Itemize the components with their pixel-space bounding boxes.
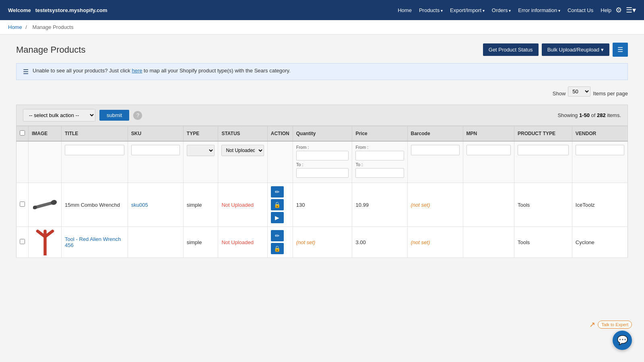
bulk-upload-button[interactable]: Bulk Upload/Reupload <box>542 43 609 56</box>
row1-checkbox-cell <box>17 183 29 227</box>
filter-cell-mpn <box>463 141 514 183</box>
row1-edit-button[interactable]: ✏ <box>271 186 284 197</box>
row1-play-button[interactable]: ▶ <box>271 212 284 223</box>
row1-product-image <box>32 195 58 215</box>
breadcrumb-current: Manage Products <box>33 24 74 30</box>
nav-link-help[interactable]: Help <box>601 7 611 13</box>
menu-icon-button[interactable]: ☰ <box>613 43 628 57</box>
filter-cell-barcode <box>407 141 463 183</box>
price-to-input[interactable] <box>355 168 404 178</box>
hamburger-icon[interactable]: ☰▾ <box>626 6 636 14</box>
filter-barcode-input[interactable] <box>411 145 460 155</box>
select-all-checkbox[interactable] <box>20 130 25 136</box>
nav-item-orders[interactable]: Orders <box>492 7 511 13</box>
nav-link-error-info[interactable]: Error information <box>518 7 560 13</box>
filter-cell-product-type <box>514 141 572 183</box>
bulk-action-select[interactable]: -- select bulk action -- <box>23 109 95 121</box>
showing-of: of <box>591 112 596 118</box>
submit-button[interactable]: submit <box>99 110 129 121</box>
filter-cell-checkbox <box>17 141 29 183</box>
row2-qty-cell: (not set) <box>293 227 352 258</box>
row2-edit-button[interactable]: ✏ <box>271 230 284 241</box>
row1-quantity: 130 <box>296 202 305 208</box>
info-here-link[interactable]: here <box>132 68 142 74</box>
row1-action-btns: ✏ 🔒 ▶ <box>271 186 289 223</box>
row1-lock-button[interactable]: 🔒 <box>271 199 284 210</box>
row1-checkbox[interactable] <box>20 202 25 207</box>
info-icon: ☰ <box>23 68 29 76</box>
nav-link-home[interactable]: Home <box>398 7 412 13</box>
row2-type-cell: simple <box>183 227 218 258</box>
allen-image-svg <box>35 229 55 255</box>
qty-to-label: To : <box>296 162 349 167</box>
row2-vendor-cell: Cyclone <box>572 227 627 258</box>
col-header-checkbox <box>17 126 29 142</box>
nav-item-products[interactable]: Products <box>419 7 443 13</box>
nav-item-contact[interactable]: Contact Us <box>568 7 593 13</box>
col-header-status: STATUS <box>218 126 267 142</box>
row1-sku-link[interactable]: sku005 <box>131 202 148 208</box>
price-from-input[interactable] <box>355 151 404 160</box>
table-row: Tool - Red Alien Wrench 456 simple Not U… <box>17 227 628 258</box>
col-header-image: IMAGE <box>29 126 62 142</box>
nav-link-products[interactable]: Products <box>419 7 443 13</box>
nav-link-export-import[interactable]: Export/Import <box>450 7 485 13</box>
showing-range: 1-50 <box>579 112 590 118</box>
row1-product-type: Tools <box>518 202 530 208</box>
table-row: 15mm Combo Wrenchd sku005 simple Not Upl… <box>17 183 628 227</box>
filter-status-select[interactable]: Not Uploaded Uploaded Pending <box>221 145 264 156</box>
row2-price: 3.00 <box>355 239 365 245</box>
filter-row: simple variable Not Uploaded Uploaded Pe… <box>17 141 628 183</box>
row1-type-cell: simple <box>183 183 218 227</box>
breadcrumb-home[interactable]: Home <box>8 24 22 30</box>
items-per-page-select[interactable]: 50 25 100 <box>568 86 590 97</box>
nav-link-orders[interactable]: Orders <box>492 7 511 13</box>
row1-price-cell: 10.99 <box>352 183 407 227</box>
row1-mpn-cell <box>463 183 514 227</box>
info-text-after: to map all your Shopify product type(s) … <box>144 68 291 74</box>
row2-quantity: (not set) <box>296 239 316 245</box>
price-from-label: From : <box>355 145 404 150</box>
filter-sku-input[interactable] <box>131 145 180 155</box>
row2-action-btns: ✏ 🔒 <box>271 230 289 254</box>
filter-cell-quantity: From : To : <box>293 141 352 183</box>
row2-title-link[interactable]: Tool - Red Alien Wrench 456 <box>65 236 121 248</box>
nav-item-error-info[interactable]: Error information <box>518 7 560 13</box>
row2-action-cell: ✏ 🔒 <box>267 227 293 258</box>
page-header: Manage Products Get Product Status Bulk … <box>16 43 628 57</box>
filter-type-select[interactable]: simple variable <box>187 145 215 156</box>
filter-cell-price: From : To : <box>352 141 407 183</box>
nav-link-contact[interactable]: Contact Us <box>568 7 593 13</box>
main-content: Manage Products Get Product Status Bulk … <box>8 35 636 266</box>
qty-from-input[interactable] <box>296 151 349 160</box>
col-header-title: TITLE <box>62 126 128 142</box>
row2-checkbox[interactable] <box>20 239 25 244</box>
header-actions: Get Product Status Bulk Upload/Reupload … <box>483 43 628 57</box>
qty-to-input[interactable] <box>296 168 349 178</box>
filter-product-type-input[interactable] <box>518 145 569 155</box>
show-label: Show <box>553 90 566 97</box>
filter-cell-vendor <box>572 141 627 183</box>
help-icon[interactable]: ? <box>133 111 142 120</box>
row2-title-cell: Tool - Red Alien Wrench 456 <box>62 227 128 258</box>
showing-count: 282 <box>597 112 606 118</box>
nav-item-help[interactable]: Help <box>601 7 611 13</box>
row1-barcode: (not set) <box>411 202 430 208</box>
row1-price: 10.99 <box>355 202 369 208</box>
col-header-price: Price <box>352 126 407 142</box>
filter-vendor-input[interactable] <box>576 145 624 155</box>
gear-icon[interactable]: ⚙ <box>615 6 622 14</box>
row2-lock-button[interactable]: 🔒 <box>271 243 284 254</box>
row1-vendor-cell: IceToolz <box>572 183 627 227</box>
get-product-status-button[interactable]: Get Product Status <box>483 43 539 56</box>
row2-image-cell <box>29 227 62 258</box>
price-to-label: To : <box>355 162 404 167</box>
row1-qty-cell: 130 <box>293 183 352 227</box>
filter-title-input[interactable] <box>65 145 124 155</box>
row1-product-type-cell: Tools <box>514 183 572 227</box>
navbar-nav: Home Products Export/Import Orders Error… <box>398 7 611 13</box>
filter-mpn-input[interactable] <box>466 145 511 155</box>
info-box: ☰ Unable to see all your products? Just … <box>16 63 628 80</box>
nav-item-export-import[interactable]: Export/Import <box>450 7 485 13</box>
nav-item-home[interactable]: Home <box>398 7 412 13</box>
